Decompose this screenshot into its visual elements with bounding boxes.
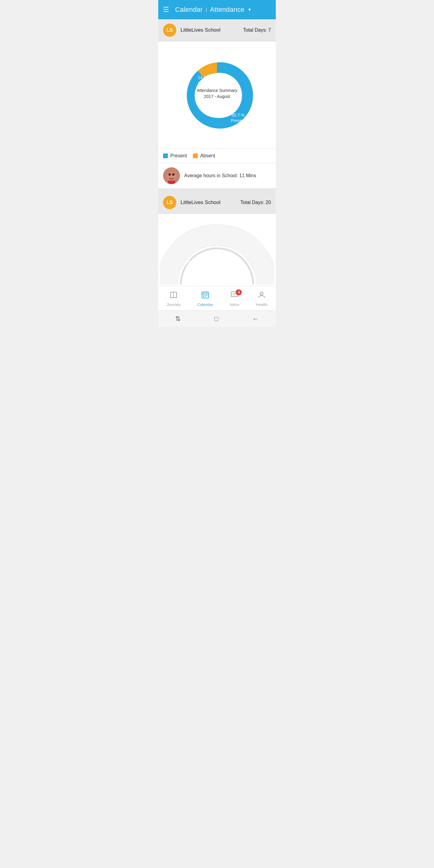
- svg-point-3: [168, 173, 171, 176]
- inbox-label: Inbox: [230, 302, 239, 307]
- half-donut-chart-2: 15.0 % Absent: [158, 214, 276, 286]
- section1-chart-section: Attendance Summary 2017 - August 14.3 % …: [158, 41, 276, 149]
- nav-item-inbox[interactable]: 4 Inbox: [225, 289, 244, 308]
- back-icon[interactable]: ←: [252, 315, 259, 323]
- svg-rect-12: [205, 295, 206, 296]
- chart-center-line2: 2017 - August: [204, 94, 230, 99]
- legend-absent-label: Absent: [200, 153, 215, 158]
- absent-text-label: Absent: [198, 81, 211, 85]
- health-icon: [257, 290, 266, 301]
- svg-point-2: [167, 172, 176, 182]
- inbox-badge: 4: [236, 289, 242, 296]
- legend-absent: Absent: [193, 153, 215, 158]
- legend-present: Present: [163, 153, 187, 158]
- school-name-2: LittleLives School: [181, 199, 241, 206]
- calendar-icon: [201, 290, 210, 301]
- system-nav-bar: ⇅ □ ←: [158, 310, 276, 327]
- header-calendar-label: Calendar: [175, 6, 203, 13]
- legend-present-label: Present: [170, 153, 187, 158]
- section2-bg-fill: [160, 224, 274, 284]
- nav-item-health[interactable]: Health: [251, 289, 273, 308]
- menu-icon[interactable]: ☰: [163, 6, 169, 13]
- svg-rect-14: [203, 296, 204, 297]
- student-avatar-1: [163, 167, 180, 184]
- svg-rect-15: [205, 296, 206, 297]
- svg-point-4: [172, 173, 175, 176]
- absent-text-label-2: Absent: [185, 266, 201, 271]
- health-label: Health: [256, 302, 268, 307]
- header-dropdown-icon[interactable]: ▼: [247, 7, 252, 12]
- chart-legend-1: Present Absent: [158, 149, 276, 163]
- student-avatar-img: [163, 167, 180, 184]
- bottom-navigation: Journey Calendar 4: [158, 286, 276, 310]
- student-row-1: Average hours in School: 11 Mins: [158, 163, 276, 189]
- header-attendance-label: Attendance: [210, 6, 244, 13]
- svg-rect-11: [203, 295, 204, 296]
- donut-svg-1: Attendance Summary 2017 - August 14.3 % …: [172, 50, 262, 141]
- present-percent-label: 85.7 %: [231, 113, 245, 118]
- section2-chart-section: 15.0 % Absent: [158, 214, 276, 286]
- svg-rect-5: [168, 181, 175, 184]
- donut-chart-1: Attendance Summary 2017 - August 14.3 % …: [163, 47, 271, 144]
- legend-absent-box: [193, 153, 198, 158]
- chart-center-line1: Attendance Summary: [197, 88, 238, 93]
- header-separator: |: [206, 7, 207, 12]
- journey-label: Journey: [167, 302, 181, 307]
- section2-header: LS LittleLives School Total Days: 20: [158, 192, 276, 214]
- calendar-label: Calendar: [197, 302, 213, 307]
- school-avatar-1: LS: [163, 24, 176, 37]
- school-avatar-2: LS: [163, 196, 176, 209]
- nav-item-calendar[interactable]: Calendar: [192, 289, 218, 308]
- total-days-2: Total Days: 20: [241, 200, 271, 205]
- nav-item-journey[interactable]: Journey: [162, 289, 185, 308]
- school-name-1: LittleLives School: [181, 27, 243, 33]
- section1-header: LS LittleLives School Total Days: 7: [158, 19, 276, 41]
- absent-percent-label-2: 15.0 %: [185, 260, 200, 265]
- svg-rect-13: [207, 295, 207, 296]
- avg-hours-text: Average hours in School: 11 Mins: [184, 173, 256, 179]
- present-text-label: Present: [231, 118, 245, 123]
- section-gap: [158, 189, 276, 192]
- absent-percent-label: 14.3 %: [198, 75, 211, 80]
- legend-present-box: [163, 153, 168, 158]
- home-icon[interactable]: □: [214, 315, 218, 323]
- total-days-1: Total Days: 7: [243, 27, 271, 33]
- book-icon: [169, 290, 178, 301]
- recent-apps-icon[interactable]: ⇅: [175, 315, 181, 323]
- half-donut-svg: 15.0 % Absent: [160, 214, 274, 286]
- app-header: ☰ Calendar | Attendance ▼: [158, 0, 276, 19]
